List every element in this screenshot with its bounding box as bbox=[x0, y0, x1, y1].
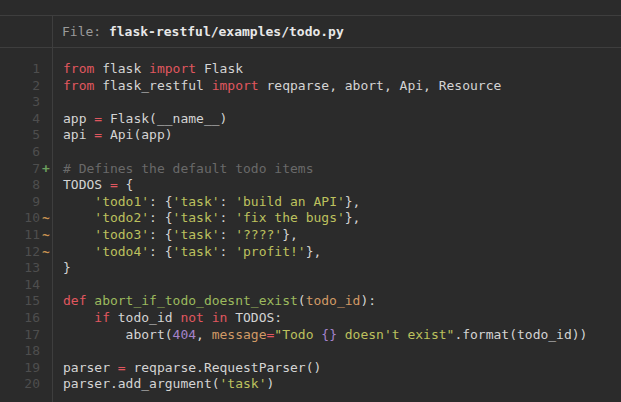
code-token: 404 bbox=[173, 327, 196, 342]
file-path: flask-restful/examples/todo.py bbox=[109, 24, 344, 39]
diff-marker bbox=[40, 376, 52, 393]
code-token bbox=[63, 310, 94, 325]
diff-added-marker: + bbox=[40, 161, 52, 178]
code-token: 'todo3' bbox=[94, 227, 149, 242]
code-line: 19parser = reqparse.RequestParser() bbox=[0, 360, 621, 377]
line-number: 13 bbox=[0, 260, 40, 277]
code-text: def abort_if_todo_doesnt_exist(todo_id): bbox=[52, 293, 376, 310]
line-number: 4 bbox=[0, 111, 40, 128]
code-token: '????' bbox=[235, 227, 282, 242]
code-token: 'profit!' bbox=[235, 244, 305, 259]
code-line: 6 bbox=[0, 144, 621, 161]
line-number: 15 bbox=[0, 293, 40, 310]
code-token: }, bbox=[282, 227, 298, 242]
code-line: 12~ 'todo4': {'task': 'profit!'}, bbox=[0, 244, 621, 261]
code-token: import bbox=[212, 78, 259, 93]
code-text: api = Api(app) bbox=[52, 127, 173, 144]
code-token: if bbox=[94, 310, 110, 325]
line-number: 1 bbox=[0, 61, 40, 78]
code-token: = bbox=[110, 177, 118, 192]
code-line: 17 abort(404, message="Todo {} doesn't e… bbox=[0, 327, 621, 344]
code-token: : { bbox=[149, 210, 172, 225]
line-number: 8 bbox=[0, 177, 40, 194]
code-token bbox=[63, 194, 94, 209]
code-token: Flask bbox=[196, 61, 243, 76]
code-token: : bbox=[220, 244, 236, 259]
code-token: { bbox=[118, 177, 134, 192]
code-text: 'todo3': {'task': '????'}, bbox=[52, 227, 298, 244]
code-token: "Todo bbox=[274, 327, 321, 342]
code-token: Flask(__name__) bbox=[102, 111, 227, 126]
code-token: : bbox=[220, 227, 236, 242]
code-text: parser.add_argument('task') bbox=[52, 376, 274, 393]
code-line: 4app = Flask(__name__) bbox=[0, 111, 621, 128]
code-line: 18 bbox=[0, 343, 621, 360]
code-token: from bbox=[63, 78, 94, 93]
code-line: 11~ 'todo3': {'task': '????'}, bbox=[0, 227, 621, 244]
code-line: 15def abort_if_todo_doesnt_exist(todo_id… bbox=[0, 293, 621, 310]
code-token: in bbox=[212, 310, 228, 325]
code-text bbox=[52, 144, 63, 161]
top-strip bbox=[0, 0, 621, 16]
code-token: 'task' bbox=[173, 244, 220, 259]
code-token: todo_id bbox=[306, 293, 361, 308]
code-token: ( bbox=[298, 293, 306, 308]
code-line: 2from flask_restful import reqparse, abo… bbox=[0, 78, 621, 95]
diff-modified-marker: ~ bbox=[40, 244, 52, 261]
code-token: ) bbox=[267, 376, 275, 391]
code-token: 'todo1' bbox=[94, 194, 149, 209]
code-token: abort( bbox=[63, 327, 173, 342]
code-token: } bbox=[63, 260, 71, 275]
code-line: 1from flask import Flask bbox=[0, 61, 621, 78]
line-number: 14 bbox=[0, 277, 40, 294]
gutter-divider bbox=[52, 16, 53, 402]
code-token: flask bbox=[94, 61, 149, 76]
line-number: 18 bbox=[0, 343, 40, 360]
code-token: TODOS bbox=[63, 177, 110, 192]
code-line: 14 bbox=[0, 277, 621, 294]
code-token: from bbox=[63, 61, 94, 76]
code-text bbox=[52, 94, 63, 111]
diff-marker bbox=[40, 327, 52, 344]
code-text: 'todo1': {'task': 'build an API'}, bbox=[52, 194, 360, 211]
code-text: # Defines the default todo items bbox=[52, 161, 313, 178]
code-token: abort_if_todo_doesnt_exist bbox=[94, 293, 298, 308]
line-number: 11 bbox=[0, 227, 40, 244]
code-token: 'todo2' bbox=[94, 210, 149, 225]
code-token: }, bbox=[345, 210, 361, 225]
line-number: 7 bbox=[0, 161, 40, 178]
code-token: }, bbox=[345, 194, 361, 209]
code-token: }, bbox=[306, 244, 322, 259]
diff-marker bbox=[40, 177, 52, 194]
code-line: 10~ 'todo2': {'task': 'fix the bugs'}, bbox=[0, 210, 621, 227]
diff-marker bbox=[40, 127, 52, 144]
code-token: todo_id bbox=[110, 310, 180, 325]
code-line: 8TODOS = { bbox=[0, 177, 621, 194]
code-area: 1from flask import Flask2from flask_rest… bbox=[0, 48, 621, 393]
code-token: 'build an API' bbox=[235, 194, 345, 209]
code-token: : { bbox=[149, 227, 172, 242]
code-line: 5api = Api(app) bbox=[0, 127, 621, 144]
code-text bbox=[52, 277, 63, 294]
code-token: app bbox=[63, 111, 94, 126]
line-number: 19 bbox=[0, 360, 40, 377]
code-token: 'task' bbox=[173, 194, 220, 209]
code-text: parser = reqparse.RequestParser() bbox=[52, 360, 321, 377]
code-token: .format(todo_id)) bbox=[454, 327, 587, 342]
file-label: File: bbox=[62, 24, 109, 39]
code-token: ): bbox=[360, 293, 376, 308]
code-text: app = Flask(__name__) bbox=[52, 111, 227, 128]
code-token: reqparse.RequestParser() bbox=[126, 360, 322, 375]
code-token: : { bbox=[149, 244, 172, 259]
diff-marker bbox=[40, 360, 52, 377]
diff-marker bbox=[40, 144, 52, 161]
code-token: : bbox=[220, 194, 236, 209]
code-line: 20parser.add_argument('task') bbox=[0, 376, 621, 393]
code-token: 'todo4' bbox=[94, 244, 149, 259]
diff-modified-marker: ~ bbox=[40, 210, 52, 227]
diff-marker bbox=[40, 277, 52, 294]
line-number: 5 bbox=[0, 127, 40, 144]
code-token: 'task' bbox=[173, 227, 220, 242]
code-token: parser.add_argument( bbox=[63, 376, 220, 391]
line-number: 9 bbox=[0, 194, 40, 211]
